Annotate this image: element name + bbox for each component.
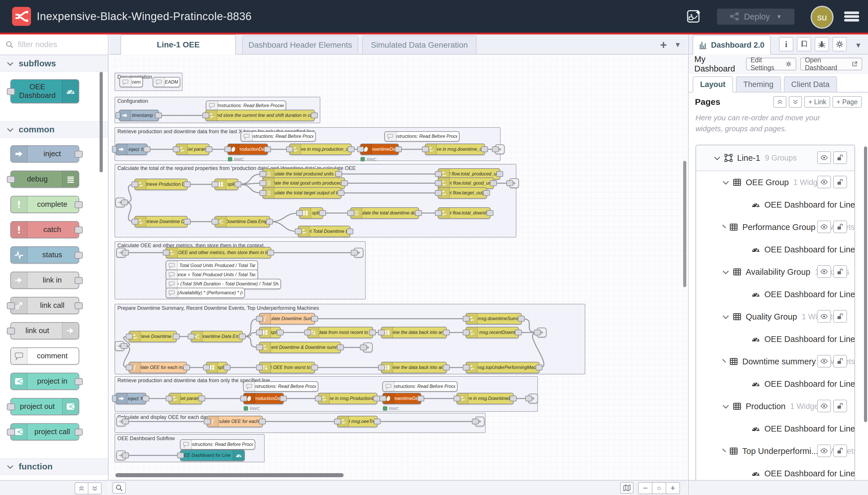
flow-node-link-out[interactable] <box>354 248 363 258</box>
node-input-port[interactable] <box>7 176 15 183</box>
palette-node-inject[interactable]: inject <box>10 145 79 163</box>
node-input-port[interactable] <box>259 180 266 186</box>
zoom-reset-button[interactable]: ○ <box>652 483 666 494</box>
node-input-port[interactable] <box>163 250 170 256</box>
tree-group-row-quality-group[interactable]: Quality Group 1 Widgets <box>696 306 854 328</box>
node-input-port[interactable] <box>7 404 15 410</box>
tree-group-row-availability-group[interactable]: Availability Group 1 Widgets <box>696 261 854 283</box>
flow-node-downtimedata[interactable]: DowntimeData <box>382 393 421 404</box>
node-input-port[interactable] <box>256 330 263 335</box>
tree-group-row-oee-group[interactable]: OEE Group 1 Widgets <box>696 171 854 193</box>
palette-node-catch[interactable]: catch <box>10 221 79 238</box>
node-output-port[interactable] <box>122 250 129 256</box>
open-dashboard-button[interactable]: Open Dashboard <box>800 58 862 70</box>
flow-node-inject[interactable]: inject ↻ <box>116 143 147 155</box>
tree-group-row-downtime-summery[interactable]: Downtime summery 1 Widgets <box>696 350 854 373</box>
node-output-port[interactable] <box>224 365 230 370</box>
palette-node-link-out[interactable]: link out <box>10 322 79 339</box>
palette-node-project-in[interactable]: project in <box>10 373 79 390</box>
palette-node-oee-dashboard[interactable]: OEE Dashboard <box>10 79 79 103</box>
node-input-port[interactable] <box>296 210 303 216</box>
flow-node-link-in[interactable] <box>116 198 125 207</box>
node-output-port[interactable] <box>483 190 490 196</box>
visibility-toggle-button[interactable] <box>817 444 831 457</box>
lock-toggle-button[interactable] <box>833 176 847 188</box>
node-output-port[interactable] <box>417 396 424 402</box>
palette-search[interactable] <box>0 34 108 55</box>
node-output-port[interactable] <box>75 151 83 158</box>
flow-node-key-instructions-read-before-proceeding[interactable]: Key Instructions: Read Before Proceeding <box>180 439 255 450</box>
node-output-port[interactable] <box>518 316 525 322</box>
flow-node-calculate-the-total-downtime-duration[interactable]: Calculate the total downtime duration <box>350 207 419 219</box>
node-input-port[interactable] <box>259 190 266 196</box>
node-input-port[interactable] <box>256 365 263 370</box>
node-output-port[interactable] <box>121 343 127 349</box>
sidebar-tab-dashboard[interactable]: Dashboard 2.0 <box>693 35 771 54</box>
config-nodes-tab-button[interactable] <box>832 37 847 51</box>
node-input-port[interactable] <box>211 182 219 187</box>
flow-node-key-instructions-read-before-proceeding[interactable]: Key Instructions: Read Before Proceeding <box>384 131 459 141</box>
node-output-port[interactable] <box>280 396 287 402</box>
flow-node-license[interactable]: License <box>119 77 143 87</box>
expand-all-button[interactable] <box>789 96 802 108</box>
node-output-port[interactable] <box>142 396 149 402</box>
flow-node-set-params[interactable]: Set params <box>176 143 210 155</box>
node-output-port[interactable] <box>374 419 381 424</box>
tree-group-row-production[interactable]: Production 1 Widgets <box>696 395 854 417</box>
flow-node-link-out[interactable] <box>495 144 505 154</box>
node-input-port[interactable] <box>295 228 302 234</box>
node-input-port[interactable] <box>422 147 429 152</box>
node-input-port[interactable] <box>256 316 263 322</box>
flow-tab-dashboard-header-elements[interactable]: Dashboard Header Elements <box>242 36 358 54</box>
canvas-horizontal-scrollbar[interactable] <box>116 473 344 477</box>
flow-node-downtimedata[interactable]: DowntimeData <box>360 143 399 155</box>
flow-node-oee-dashboard-for-line-1[interactable]: OEE Dashboard for Line 1 <box>180 450 245 461</box>
node-input-port[interactable] <box>463 330 470 335</box>
node-output-port[interactable] <box>75 378 83 385</box>
canvas-search-button[interactable] <box>112 482 126 494</box>
palette-expand-all-button[interactable] <box>88 483 101 494</box>
flow-node-productiondata[interactable]: ProductionData <box>227 143 268 155</box>
flow-node-combine-the-data-back-into-an-array[interactable]: Combine the data back into an array. <box>381 362 447 373</box>
node-output-port[interactable] <box>267 250 274 256</box>
flow-node-timestamp[interactable]: timestamp ¹ <box>119 110 159 121</box>
node-input-port[interactable] <box>203 365 210 370</box>
node-input-port[interactable] <box>472 419 479 424</box>
node-output-port[interactable] <box>122 453 129 458</box>
palette-category-common[interactable]: common <box>0 121 108 138</box>
node-output-port[interactable] <box>183 365 190 370</box>
palette-node-complete[interactable]: complete <box>10 196 79 213</box>
palette-collapse-all-button[interactable] <box>75 483 88 494</box>
palette-node-project-call[interactable]: project call <box>10 423 79 441</box>
visibility-toggle-button[interactable] <box>817 400 831 412</box>
node-input-port[interactable] <box>224 147 231 152</box>
tree-widget-row[interactable]: OEE Dashboard for Line 1 <box>696 283 854 306</box>
node-input-port[interactable] <box>202 113 209 118</box>
tree-widget-row[interactable]: OEE Dashboard for Line 1 <box>696 373 854 395</box>
node-input-port[interactable] <box>126 334 133 339</box>
palette-node-link-in[interactable]: link in <box>10 272 79 289</box>
flow-node-store-in-msg-production-data[interactable]: store in msg.production_data <box>289 143 352 155</box>
node-input-port[interactable] <box>347 210 354 216</box>
node-input-port[interactable] <box>435 210 442 216</box>
lock-toggle-button[interactable] <box>833 221 847 233</box>
flow-node-key-instructions-read-before-proceeding[interactable]: Key Instructions: Read Before Proceeding <box>241 131 316 141</box>
flow-node-store-in-msg-productiondata[interactable]: store in msg.ProductionData <box>318 393 378 404</box>
node-input-port[interactable] <box>378 365 385 370</box>
palette-node-comment[interactable]: comment <box>10 347 79 365</box>
flow-node-inject[interactable]: inject ↻ <box>116 393 146 404</box>
flow-tab-line-1-oee[interactable]: Line-1 OEE <box>121 34 236 54</box>
node-output-port[interactable] <box>277 330 283 335</box>
node-input-port[interactable] <box>132 219 138 224</box>
flow-node-retrieve-downtime-data[interactable]: Retrieve Downtime Data <box>134 216 188 227</box>
node-input-port[interactable] <box>204 419 211 424</box>
visibility-toggle-button[interactable] <box>817 221 831 233</box>
node-output-port[interactable] <box>415 210 422 216</box>
flow-node-set-msg-downtimesummery[interactable]: set msg.downtimeSummery <box>466 313 522 324</box>
zoom-in-button[interactable]: + <box>666 483 679 494</box>
node-input-port[interactable] <box>188 334 195 339</box>
tree-widget-row[interactable]: OEE Dashboard for Line 1 <box>696 238 854 261</box>
flow-node-key-instructions-read-before-proceeding[interactable]: Key Instructions: Read Before Proceeding <box>382 381 457 392</box>
node-output-port[interactable] <box>75 201 83 208</box>
node-output-port[interactable] <box>122 419 129 424</box>
